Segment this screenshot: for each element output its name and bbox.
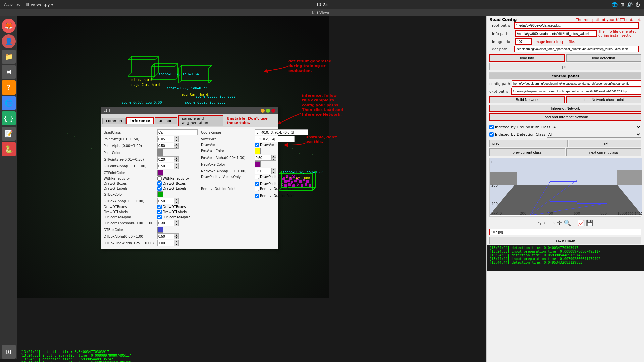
ctrl-dialog: ctrl common inference anchors sample and… xyxy=(101,107,278,249)
config-path-input[interactable] xyxy=(512,80,641,87)
ctrl-drawdtboxes-cb[interactable] xyxy=(157,205,162,209)
ctrl-gtpointcolor-swatch[interactable] xyxy=(157,170,163,176)
image-preview: 0 200 400 600 0 200 400 600 800 1000 120… xyxy=(489,158,641,217)
svg-point-43 xyxy=(74,136,75,137)
ctrl-field-dtboxlinewidth: DTBoxLineWidth(0.25~10.00) ▲▼ xyxy=(104,240,198,246)
taskbar-chrome[interactable]: 🌐 xyxy=(2,96,16,110)
load-inference-btn[interactable]: Load and Inferenct Network xyxy=(489,113,641,121)
gt-class-checkbox[interactable] xyxy=(489,125,494,129)
taskbar-code[interactable]: { } xyxy=(2,111,16,125)
prev-next-row: prev next xyxy=(487,138,644,148)
next-current-class-btn[interactable]: next current class xyxy=(566,148,642,156)
os-top-bar: Activities 🖥 viewer.py ▾ 13:25 🌐 ⊞ 🔊 ⏻ xyxy=(0,0,644,9)
root-path-label: root path: xyxy=(492,23,514,28)
taskbar-writer[interactable]: 📝 xyxy=(2,127,16,141)
ctrl-field-dtscorethreshold: DTScoreThreshold(0.00~1.00) ▲▼ xyxy=(104,220,198,226)
ctrl-gtpointalpha-spin[interactable]: ▲▼ xyxy=(157,163,177,169)
inference-network-row: Inferenct Network xyxy=(487,104,644,113)
activities-btn[interactable]: Activities xyxy=(4,2,20,7)
ctrl-tab-common[interactable]: common xyxy=(102,118,126,124)
ckpt-path-input[interactable] xyxy=(511,88,641,95)
prev-current-class-btn[interactable]: prev current class xyxy=(489,148,565,156)
ctrl-usedclass-input[interactable] xyxy=(157,129,198,135)
ctrl-minimize-btn[interactable] xyxy=(261,109,265,113)
ctrl-drawposonly-cb[interactable] xyxy=(255,175,259,179)
ctrl-dtscorethreshold-spin[interactable]: ▲▼ xyxy=(157,220,177,226)
load-network-checkpoint-btn[interactable]: load Network checkpoint xyxy=(566,96,642,103)
taskbar-terminal[interactable]: 🖥 xyxy=(2,65,16,79)
ctrl-withreflectivity-cb[interactable] xyxy=(157,176,162,181)
ctrl-drawposonly2-cb[interactable] xyxy=(255,182,259,186)
svg-text:200: 200 xyxy=(491,184,498,187)
chart-nav-btn[interactable]: 📈 xyxy=(577,219,585,227)
ctrl-field-pointalpha: PointAlpha(0.00~1.00) ▲▼ xyxy=(104,143,198,149)
det-class-checkbox[interactable] xyxy=(489,132,494,137)
taskbar-avatar[interactable]: 👤 xyxy=(2,34,16,48)
nav-icons-row: ⌂ ← → ✛ 🔍 ≡ 📈 💾 xyxy=(487,218,644,228)
ctrl-dtboxalpha-spin[interactable]: ▲▼ xyxy=(157,233,177,239)
ctrl-voxelsize-input[interactable] xyxy=(255,136,295,142)
ctrl-tabs: common inference anchors sample and augm… xyxy=(101,114,278,127)
svg-rect-101 xyxy=(617,170,642,185)
svg-text:600: 600 xyxy=(491,210,498,214)
ctrl-drawvoxels-cb[interactable] xyxy=(255,143,259,147)
ctrl-tab-sample[interactable]: sample and augmentation xyxy=(178,115,223,126)
gt-class-select[interactable]: All xyxy=(552,124,641,130)
ctrl-close-btn[interactable] xyxy=(271,109,275,113)
info-path-input[interactable] xyxy=(515,30,597,37)
forward-nav-btn[interactable]: → xyxy=(550,220,556,227)
ctrl-dtscoreasalpha-cb[interactable] xyxy=(157,215,162,219)
back-nav-btn[interactable]: ← xyxy=(542,220,548,227)
ctrl-negvoxelcolor-swatch[interactable] xyxy=(255,161,261,167)
ctrl-drawgtlabels-cb[interactable] xyxy=(157,186,162,191)
taskbar-files[interactable]: 📁 xyxy=(2,50,16,64)
ctrl-dtboxcolor-swatch[interactable] xyxy=(157,227,163,233)
det-class-select[interactable]: All xyxy=(547,131,641,138)
ctrl-drawgtboxes-cb[interactable] xyxy=(157,181,162,186)
taskbar-firefox[interactable]: 🦊 xyxy=(2,19,16,33)
plot-row: plot xyxy=(487,62,644,72)
zoom-nav-btn[interactable]: 🔍 xyxy=(564,219,571,227)
taskbar-python[interactable]: 🐍 xyxy=(2,142,16,156)
save-image-btn[interactable]: save image xyxy=(489,237,641,244)
ctrl-field-usedclass: UsedClass xyxy=(104,129,198,135)
ctrl-maximize-btn[interactable] xyxy=(266,109,270,113)
inference-network-btn[interactable]: Inferenct Network xyxy=(489,105,641,112)
ctrl-gtboxcolor-swatch[interactable] xyxy=(157,191,163,197)
ctrl-pointsize-spin[interactable]: ▲▼ xyxy=(157,136,177,142)
load-info-btn[interactable]: load info xyxy=(489,54,565,62)
ctrl-dtboxlinewidth-spin[interactable]: ▲▼ xyxy=(157,240,177,246)
ctrl-tab-anchors[interactable]: anchors xyxy=(155,117,177,124)
taskbar-help[interactable]: ? xyxy=(2,80,16,95)
sliders-nav-btn[interactable]: ≡ xyxy=(572,220,576,227)
root-path-input[interactable] xyxy=(514,22,639,29)
next-btn[interactable]: next xyxy=(569,140,642,147)
ctrl-posvoxelalpha-spin[interactable]: ▲▼ xyxy=(255,155,275,161)
ctrl-pointcolor-swatch[interactable] xyxy=(157,149,163,156)
root-path-row: root path: xyxy=(489,22,641,29)
ctrl-tab-inference[interactable]: inference xyxy=(126,117,154,124)
move-nav-btn[interactable]: ✛ xyxy=(557,219,562,227)
filename-input[interactable] xyxy=(489,229,641,235)
ctrl-gtboxalpha-spin[interactable]: ▲▼ xyxy=(157,198,177,204)
ctrl-posvoxelcolor-swatch[interactable] xyxy=(255,148,261,154)
ctrl-removeoutside-cb[interactable] xyxy=(255,187,259,191)
ctrl-removeoutside2-cb[interactable] xyxy=(255,194,259,198)
ctrl-field-dtboxcolor: DTBoxColor xyxy=(104,227,198,233)
ctrl-gtpointsize-spin[interactable]: ▲▼ xyxy=(157,156,177,162)
plot-btn[interactable]: plot xyxy=(489,63,641,70)
save-nav-btn[interactable]: 💾 xyxy=(586,219,593,227)
build-network-btn[interactable]: Build Network xyxy=(489,96,565,103)
home-nav-btn[interactable]: ⌂ xyxy=(537,220,541,227)
ctrl-pointalpha-spin[interactable]: ▲▼ xyxy=(157,143,177,149)
det-path-input[interactable] xyxy=(514,46,639,52)
ctrl-negvoxelalpha-spin[interactable]: ▲▼ xyxy=(255,168,275,174)
taskbar-grid[interactable]: ⊞ xyxy=(2,345,16,359)
ctrl-drawdtlabels-cb[interactable] xyxy=(157,210,162,214)
prev-btn[interactable]: prev xyxy=(489,140,568,147)
ctrl-field-negvoxelalpha: NegVoxelAlpha(0.00~1.00) ▲▼ xyxy=(201,168,308,174)
viewer-label[interactable]: 🖥 viewer.py ▾ xyxy=(25,2,53,7)
load-detection-btn[interactable]: load detection xyxy=(566,54,642,62)
image-idx-input[interactable] xyxy=(515,38,532,45)
ctrl-coorsrange-input[interactable] xyxy=(255,129,308,135)
